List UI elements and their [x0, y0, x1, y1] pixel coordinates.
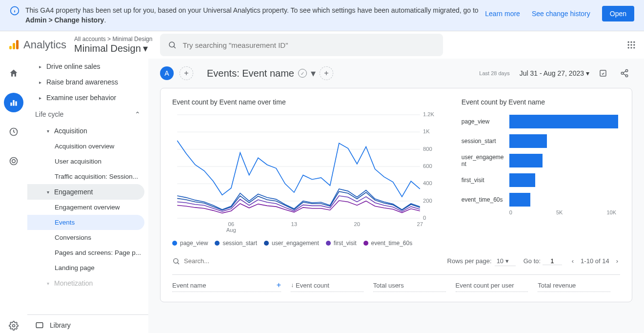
- add-dimension-button[interactable]: +: [320, 66, 333, 80]
- sidebar-item-acquisition[interactable]: ▾Acquisition: [27, 123, 148, 139]
- svg-text:600: 600: [423, 163, 432, 169]
- svg-rect-24: [36, 323, 43, 328]
- rail-reports[interactable]: [4, 93, 23, 112]
- column-header[interactable]: Total users: [373, 281, 446, 292]
- sidebar-item[interactable]: Engagement overview: [27, 200, 148, 215]
- share-button[interactable]: [617, 65, 632, 81]
- svg-rect-4: [13, 43, 15, 49]
- breadcrumb: All accounts > Minimal Design: [74, 36, 152, 42]
- svg-rect-3: [9, 46, 12, 49]
- svg-point-14: [628, 47, 629, 48]
- search-box[interactable]: [160, 34, 443, 56]
- svg-rect-18: [13, 100, 14, 106]
- legend-item[interactable]: page_view: [172, 240, 208, 247]
- column-header[interactable]: Total revenue: [538, 281, 610, 292]
- svg-point-9: [630, 42, 632, 43]
- line-chart[interactable]: 02004006008001K1.2K06132027Aug: [172, 112, 442, 234]
- sidebar-library[interactable]: Library: [27, 314, 148, 333]
- add-segment-button[interactable]: +: [180, 66, 193, 80]
- legend-item[interactable]: first_visit: [326, 240, 357, 247]
- goto-input[interactable]: [543, 257, 562, 265]
- learn-more-link[interactable]: Learn more: [485, 10, 520, 18]
- column-header[interactable]: Event name+: [172, 281, 281, 292]
- svg-point-8: [628, 42, 629, 43]
- sidebar-item[interactable]: Conversions: [27, 230, 148, 245]
- date-range-picker[interactable]: Jul 31 - Aug 27, 2023▾: [520, 69, 589, 77]
- info-icon: [10, 6, 20, 16]
- report-header: A + Events: Event name ✓ ▾ + Last 28 day…: [148, 59, 644, 88]
- svg-text:200: 200: [423, 198, 432, 204]
- table-search-input[interactable]: [184, 257, 440, 265]
- sidebar-item[interactable]: Traffic acquisition: Session...: [27, 169, 148, 184]
- bar-row[interactable]: user_engagement: [462, 151, 620, 170]
- sidebar-item[interactable]: ▸Drive online sales: [27, 59, 148, 74]
- search-icon: [168, 41, 177, 49]
- dropdown-icon[interactable]: ▾: [311, 67, 316, 79]
- customize-button[interactable]: [595, 65, 611, 81]
- add-column-button[interactable]: +: [277, 281, 281, 290]
- search-input[interactable]: [182, 41, 435, 49]
- prev-page-button[interactable]: ‹: [570, 255, 576, 267]
- sidebar-item[interactable]: Pages and screens: Page p...: [27, 245, 148, 260]
- svg-point-23: [13, 325, 15, 327]
- svg-point-6: [169, 42, 175, 47]
- svg-rect-5: [16, 40, 19, 49]
- date-range-label: Last 28 days: [479, 70, 509, 76]
- sidebar-item-monetization[interactable]: ▾Monetization: [27, 275, 148, 291]
- rail-advertising[interactable]: [4, 151, 23, 171]
- sidebar-item[interactable]: Landing page: [27, 260, 148, 275]
- legend-item[interactable]: user_engagement: [264, 240, 319, 247]
- svg-text:1.2K: 1.2K: [423, 112, 435, 117]
- sidebar-section-lifecycle[interactable]: Life cycle⌃: [27, 105, 148, 123]
- sidebar-item-events[interactable]: Events: [27, 215, 144, 230]
- nav-rail: [0, 59, 27, 333]
- svg-text:06: 06: [228, 221, 235, 227]
- property-selector[interactable]: All accounts > Minimal Design Minimal De…: [74, 36, 152, 54]
- svg-line-29: [623, 71, 625, 73]
- svg-point-12: [630, 44, 632, 46]
- see-change-history-link[interactable]: See change history: [532, 10, 590, 18]
- table-header: Event name+ ↓Event count Total users Eve…: [172, 274, 620, 292]
- sidebar-item[interactable]: ▸Examine user behavior: [27, 90, 148, 105]
- svg-point-27: [621, 72, 624, 75]
- rpp-select[interactable]: 10 ▾: [495, 256, 516, 266]
- bar-row[interactable]: event_time_60s: [462, 190, 620, 209]
- svg-point-21: [10, 158, 18, 165]
- sidebar-item-engagement[interactable]: ▾Engagement: [27, 184, 144, 200]
- report-title: Events: Event name ✓ ▾ +: [207, 66, 333, 80]
- column-header[interactable]: Event count per user: [456, 281, 528, 292]
- sidebar-item[interactable]: Acquisition overview: [27, 139, 148, 154]
- svg-point-10: [633, 42, 635, 43]
- table-controls: Rows per page:10 ▾ Go to: ‹ 1-10 of 14 ›: [172, 252, 620, 270]
- svg-text:400: 400: [423, 181, 432, 187]
- bar-row[interactable]: page_view: [462, 112, 620, 131]
- table-search[interactable]: [172, 257, 440, 265]
- bar-chart[interactable]: page_viewsession_startuser_engagementfir…: [462, 112, 620, 234]
- library-icon: [35, 321, 44, 330]
- banner-text: This GA4 property has been set up for yo…: [25, 6, 479, 25]
- svg-text:Aug: Aug: [226, 227, 236, 233]
- bar-row[interactable]: first_visit: [462, 170, 620, 190]
- sidebar-item[interactable]: ▸Raise brand awareness: [27, 74, 148, 90]
- app-header: Analytics All accounts > Minimal Design …: [0, 31, 644, 59]
- check-icon[interactable]: ✓: [298, 69, 307, 78]
- svg-line-7: [174, 46, 176, 48]
- bar-row[interactable]: session_start: [462, 131, 620, 151]
- legend-item[interactable]: session_start: [215, 240, 257, 247]
- column-header[interactable]: ↓Event count: [291, 281, 363, 292]
- svg-rect-19: [15, 102, 17, 106]
- next-page-button[interactable]: ›: [614, 255, 620, 267]
- analytics-logo-icon: [8, 39, 20, 51]
- product-name: Analytics: [23, 39, 66, 51]
- rail-explore[interactable]: [4, 122, 23, 142]
- apps-icon[interactable]: [626, 40, 636, 50]
- rail-home[interactable]: [4, 63, 23, 83]
- sidebar-item[interactable]: User acquisition: [27, 154, 148, 169]
- open-button[interactable]: Open: [602, 6, 634, 21]
- svg-text:1K: 1K: [423, 129, 430, 135]
- svg-text:20: 20: [354, 221, 361, 227]
- segment-chip[interactable]: A: [160, 66, 174, 80]
- rail-admin[interactable]: [4, 316, 23, 333]
- logo: Analytics: [8, 39, 66, 51]
- legend-item[interactable]: event_time_60s: [363, 240, 413, 247]
